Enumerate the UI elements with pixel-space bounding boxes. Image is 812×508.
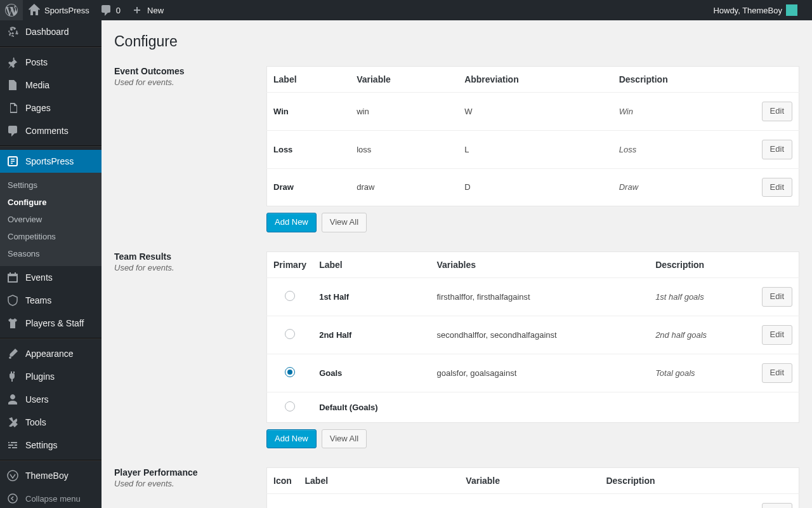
wp-logo[interactable] [0,0,23,20]
new-label: New [147,6,164,15]
sidebar-item-posts[interactable]: Posts [0,51,102,74]
table-row: Loss loss L Loss Edit [267,130,799,168]
avatar [786,4,797,16]
view-all-button[interactable]: View All [322,213,367,232]
sidebar-item-tools[interactable]: Tools [0,411,102,434]
submenu-seasons[interactable]: Seasons [0,245,102,262]
section-player-performance: Player Performance Used for events. Icon… [114,467,799,508]
row-edit: Edit [755,354,799,392]
col-variable: Variable [350,67,458,93]
admin-bar: SportsPress 0 New Howdy, ThemeBoy [0,0,812,20]
edit-button[interactable]: Edit [762,287,792,307]
outcomes-table: Label Variable Abbreviation Description … [266,66,799,206]
sidebar-item-pages[interactable]: Pages [0,97,102,119]
comment-icon [100,4,112,17]
section-title: Player Performance [114,467,254,478]
howdy-label: Howdy, ThemeBoy [713,6,782,15]
sidebar-item-label: Appearance [25,349,74,359]
brush-icon [6,347,19,360]
player-perf-table: Icon Label Variable Description Goals go… [266,467,799,508]
edit-button[interactable]: Edit [762,503,792,508]
sidebar-item-teams[interactable]: Teams [0,289,102,312]
row-variable: loss [350,130,458,168]
sidebar-item-comments[interactable]: Comments [0,119,102,142]
row-desc: Draw [613,168,755,206]
row-variable: goals [459,494,599,508]
new-content-link[interactable]: New [126,0,169,20]
outcomes-tbody: Win win W Win Edit Loss loss L Loss Edit [267,93,799,206]
account-link[interactable]: Howdy, ThemeBoy [708,0,802,20]
add-new-button[interactable]: Add New [266,429,317,449]
sidebar-item-label: Posts [25,57,48,67]
page-title: Configure [114,33,799,50]
submenu-configure[interactable]: Configure [0,194,102,211]
primary-radio[interactable] [285,291,295,301]
row-label: Default (Goals) [313,392,430,422]
sidebar-item-users[interactable]: Users [0,388,102,411]
row-label: 1st Half [313,278,430,316]
col-label: Label [267,67,351,93]
primary-radio[interactable] [285,367,295,377]
row-desc: 2nd half goals [649,316,754,354]
row-desc: 1st half goals [649,278,754,316]
primary-radio[interactable] [285,401,295,411]
row-variable: win [350,93,458,131]
sliders-icon [6,439,19,451]
row-desc: Total goals [649,354,754,392]
site-name-link[interactable]: SportsPress [23,0,95,20]
add-new-button[interactable]: Add New [266,213,317,232]
view-all-button[interactable]: View All [322,429,367,449]
sidebar-item-dashboard[interactable]: Dashboard [0,20,102,43]
svg-point-2 [8,494,17,503]
sidebar-item-label: Events [25,272,53,283]
edit-button[interactable]: Edit [762,102,792,121]
row-variables: secondhalffor, secondhalfagainst [431,316,650,354]
col-label: Label [299,468,460,494]
pin-icon [6,56,19,69]
submenu-overview[interactable]: Overview [0,211,102,228]
collapse-label: Collapse menu [25,494,81,504]
col-desc: Description [599,468,754,494]
edit-button[interactable]: Edit [762,363,792,383]
shield-icon [6,294,19,307]
collapse-menu[interactable]: Collapse menu [0,487,102,508]
section-subtitle: Used for events. [114,77,254,87]
comment-icon [6,124,19,137]
row-abbr: D [458,168,613,206]
sidebar-item-media[interactable]: Media [0,74,102,97]
row-icon [267,494,299,508]
svg-point-1 [8,471,18,481]
comments-link[interactable]: 0 [95,0,126,20]
sidebar-item-label: Pages [25,103,51,113]
table-row: Draw draw D Draw Edit [267,168,799,206]
sportspress-icon [6,155,19,168]
sidebar-item-sportspress[interactable]: SportsPress [0,150,102,173]
sidebar-item-label: Comments [25,126,69,136]
edit-button[interactable]: Edit [762,325,792,345]
primary-radio[interactable] [285,329,295,339]
plus-icon [131,4,143,17]
sidebar-item-appearance[interactable]: Appearance [0,342,102,365]
section-event-outcomes: Event Outcomes Used for events. Label Va… [114,66,799,232]
sidebar-item-label: Dashboard [25,27,69,37]
team-results-table: Primary Label Variables Description 1st … [266,251,799,422]
wrench-icon [6,416,19,429]
edit-button[interactable]: Edit [762,178,792,197]
site-name-label: SportsPress [44,6,89,15]
wordpress-icon [5,4,18,17]
row-desc: Goals [599,494,754,508]
row-desc: Win [613,93,755,131]
sidebar-item-players[interactable]: Players & Staff [0,312,102,335]
section-team-results: Team Results Used for events. Primary La… [114,251,799,448]
section-title: Team Results [114,251,254,262]
sidebar-item-plugins[interactable]: Plugins [0,365,102,388]
row-label: Draw [267,168,351,206]
submenu-competitions[interactable]: Competitions [0,228,102,245]
sidebar-item-settings[interactable]: Settings [0,434,102,457]
page-icon [6,102,19,114]
sidebar-item-themeboy[interactable]: ThemeBoy [0,464,102,487]
submenu-settings[interactable]: Settings [0,177,102,194]
user-icon [6,393,19,406]
edit-button[interactable]: Edit [762,140,792,159]
sidebar-item-events[interactable]: Events [0,266,102,289]
